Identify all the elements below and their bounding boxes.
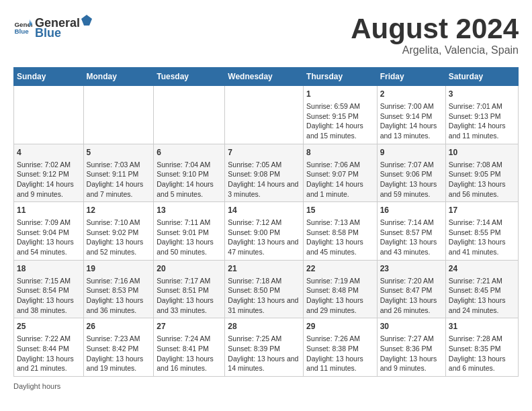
calendar-cell-4-5: 30Sunrise: 7:27 AMSunset: 8:36 PMDayligh… xyxy=(377,318,445,377)
day-info-line: Sunrise: 7:05 AM xyxy=(228,160,300,170)
day-info-line: Sunset: 8:48 PM xyxy=(306,285,374,295)
calendar-cell-3-2: 20Sunrise: 7:17 AMSunset: 8:51 PMDayligh… xyxy=(154,260,225,318)
day-info-line: Sunset: 9:07 PM xyxy=(306,169,374,179)
day-number: 24 xyxy=(449,263,515,275)
day-number: 2 xyxy=(380,89,443,100)
day-number: 5 xyxy=(87,147,151,158)
day-info-line: Daylight: 13 hours and 54 minutes. xyxy=(17,237,81,257)
calendar-cell-1-6: 10Sunrise: 7:08 AMSunset: 9:05 PMDayligh… xyxy=(445,144,518,202)
week-row-1: 1Sunrise: 6:59 AMSunset: 9:15 PMDaylight… xyxy=(14,86,519,144)
day-info-line: Sunset: 8:54 PM xyxy=(17,285,81,295)
day-info-line: Sunrise: 7:20 AM xyxy=(380,276,443,286)
day-number: 17 xyxy=(449,205,515,216)
calendar-cell-2-5: 16Sunrise: 7:14 AMSunset: 8:57 PMDayligh… xyxy=(377,202,445,261)
page-header: General Blue General Blue August 2024 Ar… xyxy=(13,13,519,56)
calendar-cell-1-1: 5Sunrise: 7:03 AMSunset: 9:11 PMDaylight… xyxy=(83,144,154,202)
day-info-line: Sunset: 8:36 PM xyxy=(380,344,443,354)
calendar-cell-4-3: 28Sunrise: 7:25 AMSunset: 8:39 PMDayligh… xyxy=(225,318,304,377)
week-row-2: 4Sunrise: 7:02 AMSunset: 9:12 PMDaylight… xyxy=(14,144,519,202)
day-number: 11 xyxy=(17,205,81,216)
day-info-line: Daylight: 13 hours and 56 minutes. xyxy=(449,179,515,199)
day-number: 31 xyxy=(449,321,515,332)
calendar-cell-3-5: 23Sunrise: 7:20 AMSunset: 8:47 PMDayligh… xyxy=(377,260,445,318)
col-thursday: Thursday xyxy=(304,68,378,86)
day-number: 30 xyxy=(380,321,443,332)
day-info-line: Sunset: 9:08 PM xyxy=(228,169,300,179)
day-info-line: Sunset: 9:15 PM xyxy=(306,111,374,122)
day-info-line: Sunset: 8:35 PM xyxy=(449,344,515,354)
footer-note: Daylight hours xyxy=(13,382,519,390)
col-monday: Monday xyxy=(83,68,154,86)
calendar-cell-3-3: 21Sunrise: 7:18 AMSunset: 8:50 PMDayligh… xyxy=(225,260,304,318)
day-info-line: Daylight: 13 hours and 41 minutes. xyxy=(449,237,515,257)
logo: General Blue General Blue xyxy=(13,13,93,40)
day-number: 12 xyxy=(87,205,151,216)
day-number: 1 xyxy=(306,89,374,100)
day-info-line: Sunset: 9:04 PM xyxy=(17,228,81,238)
day-info-line: Daylight: 13 hours and 16 minutes. xyxy=(157,354,222,373)
day-number: 15 xyxy=(306,205,374,216)
day-info-line: Sunrise: 7:04 AM xyxy=(157,160,222,170)
calendar-header-row: Sunday Monday Tuesday Wednesday Thursday… xyxy=(14,68,519,86)
calendar-cell-4-0: 25Sunrise: 7:22 AMSunset: 8:44 PMDayligh… xyxy=(14,318,84,377)
day-info-line: Daylight: 13 hours and 47 minutes. xyxy=(228,237,300,257)
day-info-line: Sunrise: 7:13 AM xyxy=(306,218,374,228)
col-wednesday: Wednesday xyxy=(225,68,304,86)
day-info-line: Sunrise: 7:15 AM xyxy=(17,276,81,286)
calendar-cell-0-2 xyxy=(154,86,225,144)
day-number: 27 xyxy=(157,321,222,332)
day-info-line: Sunset: 8:53 PM xyxy=(87,285,151,295)
day-info-line: Sunset: 9:13 PM xyxy=(449,111,515,122)
day-info-line: Sunrise: 7:26 AM xyxy=(306,334,374,344)
day-info-line: Sunrise: 7:01 AM xyxy=(449,101,515,111)
day-info-line: Daylight: 13 hours and 38 minutes. xyxy=(17,295,81,315)
calendar-cell-0-0 xyxy=(14,86,84,144)
day-info-line: Sunrise: 7:06 AM xyxy=(306,160,374,170)
day-info-line: Daylight: 13 hours and 43 minutes. xyxy=(380,237,443,257)
svg-text:Blue: Blue xyxy=(14,28,29,35)
day-info-line: Daylight: 13 hours and 6 minutes. xyxy=(449,354,515,373)
day-info-line: Sunset: 8:42 PM xyxy=(87,344,151,354)
day-info-line: Sunset: 9:14 PM xyxy=(380,111,443,122)
logo-icon: General Blue xyxy=(13,17,32,36)
calendar-cell-1-3: 7Sunrise: 7:05 AMSunset: 9:08 PMDaylight… xyxy=(225,144,304,202)
day-info-line: Sunset: 8:55 PM xyxy=(449,228,515,238)
day-number: 6 xyxy=(157,147,222,158)
day-info-line: Sunset: 8:39 PM xyxy=(228,344,300,354)
calendar-cell-2-0: 11Sunrise: 7:09 AMSunset: 9:04 PMDayligh… xyxy=(14,202,84,261)
day-info-line: Sunrise: 7:00 AM xyxy=(380,101,443,111)
calendar-cell-1-4: 8Sunrise: 7:06 AMSunset: 9:07 PMDaylight… xyxy=(304,144,378,202)
day-info-line: Sunrise: 6:59 AM xyxy=(306,101,374,111)
day-info-line: Sunrise: 7:22 AM xyxy=(17,334,81,344)
svg-marker-4 xyxy=(81,15,92,26)
day-info-line: Daylight: 14 hours and 3 minutes. xyxy=(228,179,300,199)
day-number: 29 xyxy=(306,321,374,332)
day-info-line: Sunset: 9:00 PM xyxy=(228,228,300,238)
day-info-line: Daylight: 13 hours and 9 minutes. xyxy=(380,354,443,373)
calendar-cell-2-1: 12Sunrise: 7:10 AMSunset: 9:02 PMDayligh… xyxy=(83,202,154,261)
day-info-line: Daylight: 14 hours and 13 minutes. xyxy=(380,121,443,140)
col-saturday: Saturday xyxy=(445,68,518,86)
calendar-cell-3-6: 24Sunrise: 7:21 AMSunset: 8:45 PMDayligh… xyxy=(445,260,518,318)
day-info-line: Daylight: 13 hours and 11 minutes. xyxy=(306,354,374,373)
day-info-line: Daylight: 13 hours and 24 minutes. xyxy=(449,295,515,315)
day-number: 3 xyxy=(449,89,515,100)
page-subtitle: Argelita, Valencia, Spain xyxy=(351,44,519,56)
col-sunday: Sunday xyxy=(14,68,84,86)
day-info-line: Sunset: 9:06 PM xyxy=(380,169,443,179)
day-info-line: Sunrise: 7:09 AM xyxy=(17,218,81,228)
day-number: 18 xyxy=(17,263,81,275)
day-info-line: Sunset: 8:44 PM xyxy=(17,344,81,354)
day-info-line: Sunrise: 7:17 AM xyxy=(157,276,222,286)
week-row-3: 11Sunrise: 7:09 AMSunset: 9:04 PMDayligh… xyxy=(14,202,519,261)
day-number: 10 xyxy=(449,147,515,158)
day-info-line: Sunset: 8:47 PM xyxy=(380,285,443,295)
day-info-line: Daylight: 13 hours and 36 minutes. xyxy=(87,295,151,315)
day-info-line: Sunrise: 7:08 AM xyxy=(449,160,515,170)
day-info-line: Daylight: 13 hours and 26 minutes. xyxy=(380,295,443,315)
day-info-line: Daylight: 13 hours and 52 minutes. xyxy=(87,237,151,257)
calendar-cell-3-1: 19Sunrise: 7:16 AMSunset: 8:53 PMDayligh… xyxy=(83,260,154,318)
day-info-line: Daylight: 14 hours and 1 minute. xyxy=(306,179,374,199)
day-info-line: Sunrise: 7:02 AM xyxy=(17,160,81,170)
day-info-line: Daylight: 13 hours and 21 minutes. xyxy=(17,354,81,373)
